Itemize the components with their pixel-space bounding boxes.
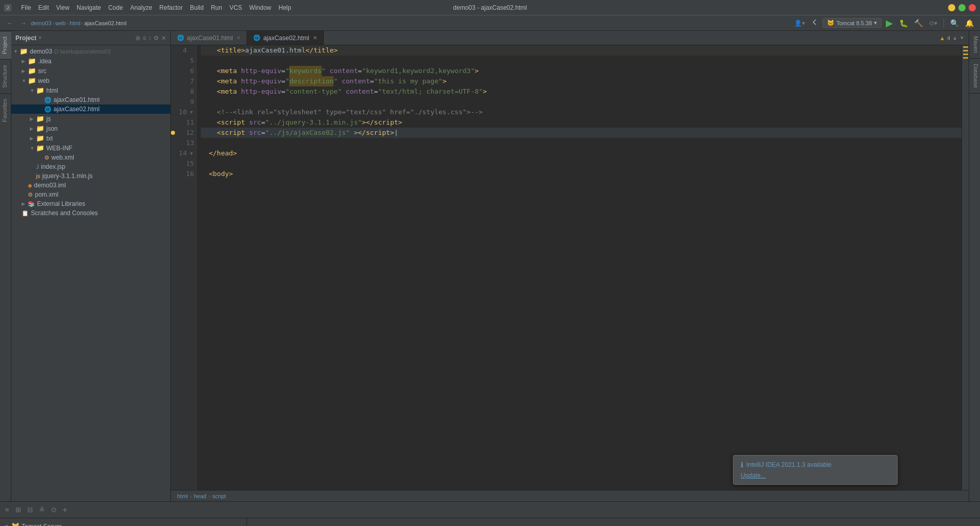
- tree-item-ajaxcase02[interactable]: 🌐 ajaxCase02.html: [11, 104, 170, 114]
- menu-run[interactable]: Run: [207, 3, 226, 12]
- update-link[interactable]: Update...: [741, 472, 766, 479]
- project-panel: Project ▾ ⊕ ≡ ↕ ⚙ ✕ ▼ 📁 demo03 D:\worksp…: [11, 31, 171, 501]
- menu-analyze[interactable]: Analyze: [127, 3, 156, 12]
- expand-all-svc-btn[interactable]: ⊞: [13, 505, 23, 515]
- right-vertical-tabs: Maven Database: [969, 31, 980, 501]
- breadcrumb-file: ajaxCase02.html: [84, 20, 127, 26]
- line-numbers-gutter: 4 5 6 7 8 9 10▼ 11 12 13 14▼ 15 16: [171, 45, 197, 490]
- editor-area: 🌐 ajaxCase01.html ✕ 🌐 ajaxCase02.html ✕ …: [171, 31, 969, 501]
- coverage-button[interactable]: ⊙▾: [927, 19, 939, 28]
- run-button[interactable]: ▶: [884, 16, 895, 30]
- collapse-all-svc-btn[interactable]: ≡: [3, 505, 11, 515]
- build-button[interactable]: 🔨: [912, 18, 925, 28]
- warning-indicator: ▲ 4 ▲ ▼: [935, 31, 969, 45]
- scroll-down-icon[interactable]: ▼: [959, 35, 965, 41]
- services-tree: ▼ 🐱 Tomcat Server ▼ ⚙ Not Started 🐱 Tomc…: [0, 518, 247, 526]
- services-panel: ≡ ⊞ ⊟ ≜ ⊙ + ▼ 🐱 Tomcat Server ▼ ⚙ Not St…: [0, 501, 980, 526]
- tree-item-ajaxcase01[interactable]: 🌐 ajaxCase01.html: [11, 95, 170, 104]
- sidebar-tab-project[interactable]: Project: [0, 31, 11, 59]
- menu-code[interactable]: Code: [104, 3, 127, 12]
- add-svc-btn[interactable]: +: [61, 504, 69, 516]
- forward-button[interactable]: →: [18, 18, 29, 28]
- breadcrumb-html[interactable]: html: [177, 493, 188, 499]
- nav-back-button[interactable]: [809, 17, 820, 28]
- maximize-button[interactable]: [958, 4, 966, 11]
- breadcrumb-root[interactable]: demo03: [31, 20, 51, 26]
- tree-item-src[interactable]: ▶ 📁 src: [11, 66, 170, 76]
- back-button[interactable]: ←: [4, 18, 15, 28]
- tree-item-webxml[interactable]: ⚙ web.xml: [11, 153, 170, 162]
- project-panel-title: Project: [15, 34, 37, 42]
- tree-item-txt[interactable]: ▶ 📁 txt: [11, 133, 170, 143]
- tab-ajaxcase02[interactable]: 🌐 ajaxCase02.html ✕: [247, 31, 323, 45]
- close-tab-icon[interactable]: ✕: [236, 35, 240, 41]
- tree-item-js[interactable]: ▶ 📁 js: [11, 114, 170, 124]
- services-detail: Select service to view details: [247, 518, 980, 526]
- menu-help[interactable]: Help: [275, 3, 295, 12]
- tree-item-indexjsp[interactable]: J index.jsp: [11, 162, 170, 171]
- breadcrumb-script[interactable]: script: [213, 493, 226, 499]
- notification-popup: ℹ IntelliJ IDEA 2021.1.3 available Updat…: [733, 455, 898, 485]
- project-tree: ▼ 📁 demo03 D:\workspace\demo03 ▶ 📁 .idea…: [11, 45, 170, 501]
- collapse-all-icon[interactable]: ≡: [143, 34, 146, 42]
- scroll-up-icon[interactable]: ▲: [952, 35, 957, 41]
- menu-vcs[interactable]: VCS: [226, 3, 246, 12]
- tree-item-scratches[interactable]: 📋 Scratches and Consoles: [11, 208, 170, 218]
- code-content[interactable]: <title>ajaxCase01.html</title> <meta htt…: [197, 45, 961, 490]
- left-vertical-tabs: Project Structure Favorites: [0, 31, 11, 501]
- service-item-tomcat-server[interactable]: ▼ 🐱 Tomcat Server: [0, 520, 247, 526]
- menu-refactor[interactable]: Refactor: [156, 3, 186, 12]
- sidebar-tab-maven[interactable]: Maven: [969, 31, 981, 59]
- notifications-button[interactable]: 🔔: [963, 18, 976, 28]
- tree-item-jquery[interactable]: js jquery-3.1.1.min.js: [11, 171, 170, 181]
- filter-svc-btn[interactable]: ≜: [37, 505, 47, 515]
- tree-item-web[interactable]: ▼ 📁 web: [11, 76, 170, 85]
- breadcrumb-web[interactable]: web: [55, 20, 65, 26]
- tab-ajaxcase01[interactable]: 🌐 ajaxCase01.html ✕: [171, 31, 247, 45]
- tree-item-pomxml[interactable]: ⚙ pom.xml: [11, 190, 170, 199]
- tomcat-selector[interactable]: 🐱 Tomcat 8.5.38 ▾: [822, 18, 882, 28]
- tree-item-json[interactable]: ▶ 📁 json: [11, 124, 170, 133]
- sort-icon[interactable]: ↕: [148, 34, 151, 42]
- services-toolbar-row: ≡ ⊞ ⊟ ≜ ⊙ +: [0, 502, 980, 518]
- tab-icon-ajaxcase01: 🌐: [177, 34, 184, 41]
- editor-scrollbar[interactable]: [961, 45, 969, 490]
- services-content: ▼ 🐱 Tomcat Server ▼ ⚙ Not Started 🐱 Tomc…: [0, 518, 980, 526]
- settings-icon[interactable]: ⚙: [153, 34, 159, 42]
- localize-icon[interactable]: ⊕: [135, 34, 141, 42]
- menu-edit[interactable]: Edit: [34, 3, 52, 12]
- editor-tabs: 🌐 ajaxCase01.html ✕ 🌐 ajaxCase02.html ✕ …: [171, 31, 969, 45]
- menu-build[interactable]: Build: [186, 3, 207, 12]
- breadcrumb-head[interactable]: head: [194, 493, 206, 499]
- tree-item-idea[interactable]: ▶ 📁 .idea: [11, 56, 170, 66]
- jump-svc-btn[interactable]: ⊙: [49, 505, 59, 515]
- close-button[interactable]: [969, 4, 976, 11]
- search-everywhere-button[interactable]: 🔍: [948, 18, 961, 28]
- sidebar-tab-favorites[interactable]: Favorites: [0, 93, 11, 127]
- sidebar-tab-database[interactable]: Database: [969, 59, 981, 94]
- code-editor[interactable]: 4 5 6 7 8 9 10▼ 11 12 13 14▼ 15 16: [171, 45, 969, 490]
- debug-button[interactable]: 🐛: [897, 18, 910, 28]
- window-title: demo03 - ajaxCase02.html: [453, 4, 527, 11]
- menu-window[interactable]: Window: [246, 3, 275, 12]
- tree-item-html-folder[interactable]: ▼ 📁 html: [11, 85, 170, 95]
- tree-item-external-libs[interactable]: ▶ 📚 External Libraries: [11, 199, 170, 208]
- info-icon: ℹ: [741, 461, 743, 469]
- minimize-button[interactable]: [948, 4, 955, 11]
- toolbar-row: ← → demo03 › web › html › ajaxCase02.htm…: [0, 15, 980, 31]
- close-panel-icon[interactable]: ✕: [161, 34, 166, 42]
- breadcrumb-html[interactable]: html: [69, 20, 80, 26]
- menu-navigate[interactable]: Navigate: [73, 3, 104, 12]
- tree-item-demo03iml[interactable]: ◆ demo03.iml: [11, 181, 170, 190]
- sidebar-tab-structure[interactable]: Structure: [0, 59, 11, 93]
- tree-item-webinf[interactable]: ▼ 📁 WEB-INF: [11, 143, 170, 153]
- tree-item-demo03[interactable]: ▼ 📁 demo03 D:\workspace\demo03: [11, 46, 170, 56]
- menu-file[interactable]: File: [18, 3, 34, 12]
- menu-view[interactable]: View: [52, 3, 73, 12]
- profile-button[interactable]: 👤▾: [792, 19, 807, 28]
- notification-body: Update...: [741, 472, 890, 479]
- title-bar: J File Edit View Navigate Code Analyze R…: [0, 0, 980, 15]
- status-breadcrumb-bar: html › head › script: [171, 490, 969, 501]
- close-tab-active-icon[interactable]: ✕: [313, 35, 317, 41]
- group-svc-btn[interactable]: ⊟: [25, 505, 35, 515]
